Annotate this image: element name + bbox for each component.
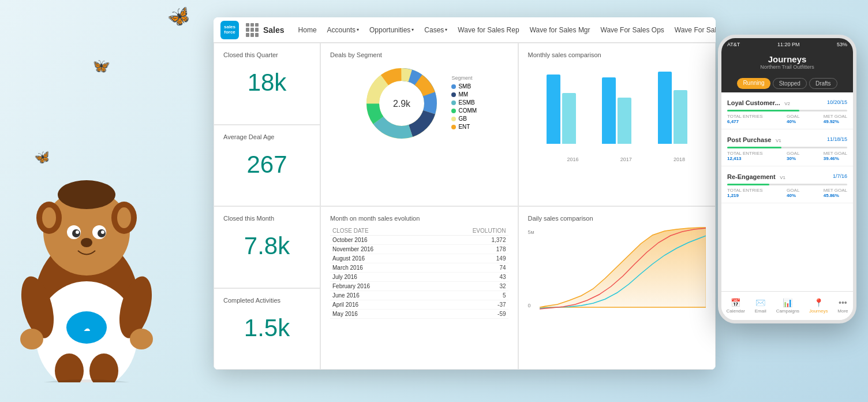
avg-deal-age-value: 267 — [223, 145, 310, 184]
app-name: Sales — [263, 25, 285, 35]
journey-2-name: Post Purchase — [727, 136, 771, 143]
phone-carrier: AT&T — [727, 42, 740, 47]
completed-activities-title: Completed Activities — [223, 297, 310, 304]
sf-logo-text: salesforce — [224, 25, 235, 35]
table-row: February 201632 — [330, 282, 508, 291]
legend-comm: COMM — [451, 107, 477, 114]
nav-wave-rep[interactable]: Wave for Sales Rep — [453, 24, 523, 36]
tab-running[interactable]: Running — [737, 78, 770, 89]
salesforce-logo: salesforce — [220, 21, 239, 39]
svg-point-3 — [42, 207, 56, 228]
completed-activities-value: 1.5k — [223, 308, 310, 348]
butterfly-2: 🦋 — [91, 56, 111, 76]
journey-3-version: V1 — [780, 175, 785, 180]
bar-2018-2 — [674, 90, 687, 144]
phone-nav-journeys[interactable]: 📍 Journeys — [809, 298, 828, 314]
closed-quarter-title: Closed this Quarter — [223, 51, 310, 58]
phone-nav-more[interactable]: ••• More — [837, 298, 848, 314]
nav-wave-exec[interactable]: Wave For Sales Exec — [670, 24, 716, 36]
dashboard: salesforce Sales Home Accounts▾ Opportun… — [214, 17, 716, 370]
col-close-date: CLOSE DATE — [330, 226, 427, 236]
table-row: May 2016-59 — [330, 310, 508, 319]
bar-2017-1 — [602, 77, 616, 144]
nav-wave-mgr[interactable]: Wave for Sales Mgr — [525, 24, 595, 36]
phone-status-bar: AT&T 11:20 PM 53% — [721, 38, 853, 51]
journey-1[interactable]: Loyal Customer... V2 10/20/15 TOTAL ENTR… — [721, 92, 853, 129]
app-launcher-icon[interactable] — [246, 23, 259, 37]
journey-3[interactable]: Re-Engagement V1 1/7/16 TOTAL ENTRIES1,2… — [721, 166, 853, 203]
bar-chart-wrapper: 0 200 400 600 800 — [528, 63, 706, 162]
area-y-label: 5м — [528, 229, 534, 235]
journey-3-date: 1/7/16 — [833, 173, 847, 179]
journey-2[interactable]: Post Purchase V1 11/18/15 TOTAL ENTRIES1… — [721, 129, 853, 166]
svg-point-20 — [20, 329, 43, 349]
journey-1-stats: TOTAL ENTRIES6,477 GOAL40% MET GOAL49.92… — [727, 114, 847, 124]
phone-journey-list: Loyal Customer... V2 10/20/15 TOTAL ENTR… — [721, 92, 853, 203]
table-row: August 2016149 — [330, 254, 508, 263]
donut-legend: Segment SMB MM ESMB COM — [451, 75, 477, 132]
area-chart: 5м 0 — [528, 226, 706, 319]
journey-2-progress-fill — [727, 147, 781, 148]
nav-accounts[interactable]: Accounts▾ — [323, 24, 364, 36]
phone-header: Journeys Northern Trail Outfitters — [721, 51, 853, 75]
bar-chart — [547, 63, 706, 155]
svg-point-21 — [130, 329, 153, 349]
bar-group-2016 — [547, 75, 594, 144]
phone-title: Journeys — [727, 54, 847, 64]
col-evolution: EVOLUTION — [427, 226, 508, 236]
closed-quarter-value: 18k — [223, 63, 310, 102]
phone-nav-email[interactable]: ✉️ Email — [755, 298, 766, 314]
bar-x-labels: 2016 2017 2018 — [547, 155, 706, 162]
avg-deal-age-widget: Average Deal Age 267 — [214, 125, 320, 207]
bar-group-2017 — [602, 77, 650, 144]
tab-stopped[interactable]: Stopped — [773, 78, 807, 89]
sales-evolution-table: CLOSE DATE EVOLUTION October 20161,372No… — [330, 226, 508, 319]
legend-smb: SMB — [451, 83, 477, 90]
donut-chart: 2.9k — [361, 63, 442, 144]
svg-text:2.9k: 2.9k — [393, 99, 411, 109]
journey-3-progress-bar — [727, 184, 847, 185]
phone-battery: 53% — [837, 42, 847, 47]
journey-2-date: 11/18/15 — [827, 136, 847, 142]
phone-screen: AT&T 11:20 PM 53% Journeys Northern Trai… — [721, 38, 853, 320]
sales-evolution-widget: Month on month sales evolution CLOSE DAT… — [320, 206, 518, 370]
table-row: October 20161,372 — [330, 236, 508, 245]
table-row: July 201643 — [330, 273, 508, 282]
closed-month-value: 7.8k — [223, 226, 310, 266]
journey-2-version: V1 — [776, 138, 781, 143]
closed-month-widget: Closed this Month 7.8k — [214, 206, 320, 288]
nav-opportunities[interactable]: Opportunities▾ — [365, 24, 418, 36]
phone-nav-campaigns[interactable]: 📊 Campaigns — [776, 298, 799, 314]
mascot: ☁ — [12, 128, 162, 385]
nav-wave-ops[interactable]: Wave For Sales Ops — [596, 24, 669, 36]
legend-esmb: ESMB — [451, 99, 477, 106]
table-row: March 201674 — [330, 263, 508, 273]
svg-point-12 — [76, 230, 79, 234]
butterfly-1: 🦋 — [164, 2, 194, 31]
phone-time: 11:20 PM — [777, 42, 800, 47]
phone-nav-calendar[interactable]: 📅 Calendar — [726, 298, 744, 314]
table-row: June 20165 — [330, 291, 508, 300]
nav-items: Home Accounts▾ Opportunities▾ Cases▾ Wav… — [294, 23, 716, 37]
monthly-sales-widget: Monthly sales comparison 0 200 400 600 8… — [518, 43, 716, 206]
phone-bottom-nav: 📅 Calendar ✉️ Email 📊 Campaigns 📍 Journe… — [721, 291, 853, 320]
journey-1-version: V2 — [784, 101, 790, 106]
journey-3-name: Re-Engagement — [727, 173, 776, 180]
svg-point-13 — [101, 230, 104, 234]
nav-home[interactable]: Home — [294, 24, 321, 36]
svg-point-14 — [81, 238, 92, 247]
avg-deal-age-title: Average Deal Age — [223, 133, 310, 140]
completed-activities-widget: Completed Activities 1.5k — [214, 288, 320, 370]
legend-mm: MM — [451, 91, 477, 98]
journey-2-stats: TOTAL ENTRIES12,413 GOAL30% MET GOAL39.4… — [727, 151, 847, 161]
nav-cases[interactable]: Cases▾ — [420, 24, 452, 36]
metrics-column: Closed this Quarter 18k Average Deal Age… — [214, 43, 320, 370]
phone-subtitle: Northern Trail Outfitters — [727, 64, 847, 70]
legend-title: Segment — [451, 75, 477, 81]
monthly-sales-title: Monthly sales comparison — [528, 51, 706, 58]
journey-1-date: 10/20/15 — [827, 99, 847, 105]
donut-area: 2.9k Segment SMB MM ESMB — [330, 63, 508, 144]
phone-tabs: Running Stopped Drafts — [721, 75, 853, 92]
svg-rect-7 — [63, 186, 110, 203]
tab-drafts[interactable]: Drafts — [809, 78, 837, 89]
